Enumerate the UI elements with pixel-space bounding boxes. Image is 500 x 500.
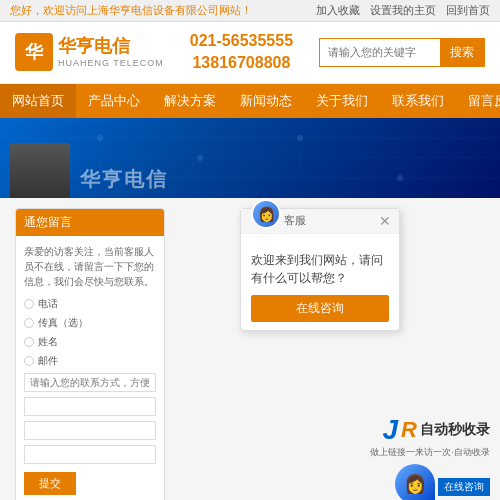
form-title-text: 通您留言 — [24, 215, 72, 229]
auto-collect-tagline: 做上链接一来访一次·自动收录 — [370, 446, 490, 459]
form-input-email-field[interactable] — [24, 421, 156, 440]
phone2: 13816708808 — [190, 52, 293, 74]
top-bar: 您好，欢迎访问上海华亨电信设备有限公司网站！ 加入收藏 设置我的主页 回到首页 — [0, 0, 500, 22]
nav-feedback[interactable]: 留言反馈 — [456, 84, 500, 118]
search-input[interactable] — [320, 41, 440, 63]
chat-agent-avatar: 👩 — [251, 199, 281, 229]
main-content: 通您留言 亲爱的访客关注，当前客服人员不在线，请留言一下下您的信息，我们会尽快与… — [0, 198, 500, 500]
chat-popup: 👩 客服 ✕ 欢迎来到我们网站，请问有什么可以帮您？ 在线咨询 — [240, 208, 400, 331]
form-option-phone: 电话 — [24, 297, 156, 311]
hero-circuit-decoration — [0, 118, 500, 198]
nav-news[interactable]: 新闻动态 — [228, 84, 304, 118]
chat-message: 欢迎来到我们网站，请问有什么可以帮您？ — [251, 246, 389, 287]
form-description: 亲爱的访客关注，当前客服人员不在线，请留言一下下您的信息，我们会尽快与您联系。 — [24, 244, 156, 289]
bottom-chat-label[interactable]: 在线咨询 — [438, 478, 490, 496]
bottom-chat-avatar[interactable]: 👩 — [395, 464, 435, 500]
chat-body: 欢迎来到我们网站，请问有什么可以帮您？ 在线咨询 — [241, 234, 399, 330]
close-icon[interactable]: ✕ — [379, 213, 391, 229]
nav-about[interactable]: 关于我们 — [304, 84, 380, 118]
add-favorite-link[interactable]: 加入收藏 — [316, 3, 360, 18]
form-body: 亲爱的访客关注，当前客服人员不在线，请留言一下下您的信息，我们会尽快与您联系。 … — [16, 236, 164, 500]
label-email: 邮件 — [38, 354, 58, 368]
form-option-email: 邮件 — [24, 354, 156, 368]
nav-contact[interactable]: 联系我们 — [380, 84, 456, 118]
hero-banner-text: 华亨电信 — [80, 166, 168, 193]
hero-device-image — [10, 143, 70, 198]
logo-en: HUAHENG TELECOM — [58, 58, 164, 69]
chat-popup-header: 👩 客服 ✕ — [241, 209, 399, 234]
contact-form: 通您留言 亲爱的访客关注，当前客服人员不在线，请留言一下下您的信息，我们会尽快与… — [15, 208, 165, 500]
form-option-fax: 传真（选） — [24, 316, 156, 330]
form-submit-button[interactable]: 提交 — [24, 472, 76, 495]
header: 华 华亨电信 HUAHENG TELECOM 021-56535555 1381… — [0, 22, 500, 84]
hero-banner: 华亨电信 — [0, 118, 500, 198]
main-nav: 网站首页 产品中心 解决方案 新闻动态 关于我们 联系我们 留言反馈 — [0, 84, 500, 118]
form-title: 通您留言 — [16, 209, 164, 236]
logo-icon: 华 — [15, 33, 53, 71]
phone1: 021-56535555 — [190, 30, 293, 52]
nav-products[interactable]: 产品中心 — [76, 84, 152, 118]
agent-icon: 👩 — [258, 206, 275, 222]
auto-collect-badge: J R 自动秒收录 做上链接一来访一次·自动收录 👩 在线咨询 — [370, 414, 490, 500]
search-box: 搜索 — [319, 38, 485, 67]
label-phone: 电话 — [38, 297, 58, 311]
form-input-extra-field[interactable] — [24, 445, 156, 464]
greeting-text: 您好，欢迎访问上海华亨电信设备有限公司网站！ — [10, 3, 252, 18]
label-fax: 传真（选） — [38, 316, 88, 330]
logo-cn: 华亨电信 — [58, 36, 164, 58]
radio-fax[interactable] — [24, 318, 34, 328]
auto-collect-logo-r: R — [401, 417, 417, 443]
nav-home[interactable]: 网站首页 — [0, 84, 76, 118]
back-home-link[interactable]: 回到首页 — [446, 3, 490, 18]
nav-solutions[interactable]: 解决方案 — [152, 84, 228, 118]
radio-name[interactable] — [24, 337, 34, 347]
label-name: 姓名 — [38, 335, 58, 349]
auto-collect-brand-text: 自动秒收录 — [420, 421, 490, 439]
logo-text-block: 华亨电信 HUAHENG TELECOM — [58, 36, 164, 68]
chat-popup-title: 客服 — [284, 213, 379, 228]
auto-collect-logo-j: J — [383, 414, 399, 446]
form-input-field[interactable] — [24, 373, 156, 392]
phone-block: 021-56535555 13816708808 — [190, 30, 293, 75]
set-homepage-link[interactable]: 设置我的主页 — [370, 3, 436, 18]
form-option-name: 姓名 — [24, 335, 156, 349]
search-button[interactable]: 搜索 — [440, 39, 484, 66]
radio-email[interactable] — [24, 356, 34, 366]
radio-phone[interactable] — [24, 299, 34, 309]
form-input-name-field[interactable] — [24, 397, 156, 416]
logo[interactable]: 华 华亨电信 HUAHENG TELECOM — [15, 33, 164, 71]
online-consult-button[interactable]: 在线咨询 — [251, 295, 389, 322]
top-bar-links: 加入收藏 设置我的主页 回到首页 — [316, 3, 490, 18]
